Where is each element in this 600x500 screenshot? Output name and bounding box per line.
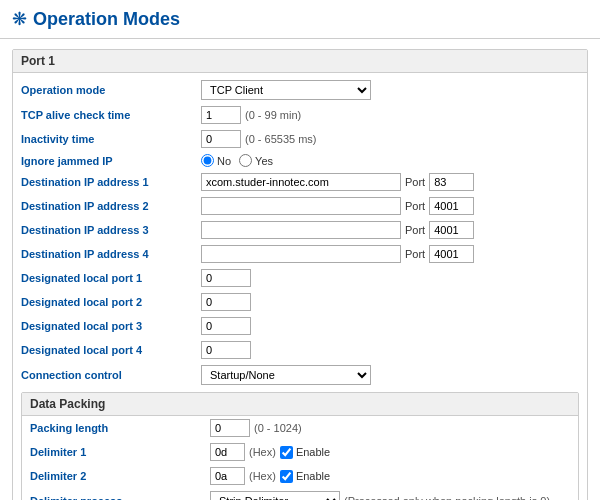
tcp-alive-control: (0 - 99 min): [201, 106, 579, 124]
local-port2-label: Designated local port 2: [21, 296, 201, 308]
tcp-alive-input[interactable]: [201, 106, 241, 124]
delimiter1-label: Delimiter 1: [30, 446, 210, 458]
local-port2-row: Designated local port 2: [13, 290, 587, 314]
dest-ip1-input[interactable]: [201, 173, 401, 191]
delimiter2-hex-hint: (Hex): [249, 470, 276, 482]
delimiter-process-hint: (Processed only when packing length is 0…: [344, 495, 550, 500]
ignore-jammed-label: Ignore jammed IP: [21, 155, 201, 167]
dest-ip1-label: Destination IP address 1: [21, 176, 201, 188]
delimiter2-label: Delimiter 2: [30, 470, 210, 482]
ignore-jammed-row: Ignore jammed IP No Yes: [13, 151, 587, 170]
port1-form: Operation mode TCP Client TCP Server UDP…: [13, 73, 587, 500]
local-port1-label: Designated local port 1: [21, 272, 201, 284]
delimiter2-row: Delimiter 2 (Hex) Enable: [22, 464, 578, 488]
local-port2-input[interactable]: [201, 293, 251, 311]
delimiter2-control: (Hex) Enable: [210, 467, 570, 485]
dest-ip3-control: Port: [201, 221, 579, 239]
dest-ip3-port-label: Port: [405, 224, 425, 236]
dest-ip1-port-input[interactable]: [429, 173, 474, 191]
delimiter1-control: (Hex) Enable: [210, 443, 570, 461]
delimiter1-enable-checkbox[interactable]: [280, 446, 293, 459]
dest-ip4-label: Destination IP address 4: [21, 248, 201, 260]
delimiter2-input[interactable]: [210, 467, 245, 485]
dest-ip1-port-label: Port: [405, 176, 425, 188]
local-port4-input[interactable]: [201, 341, 251, 359]
local-port3-row: Designated local port 3: [13, 314, 587, 338]
packing-length-hint: (0 - 1024): [254, 422, 302, 434]
dest-ip2-control: Port: [201, 197, 579, 215]
dest-ip4-row: Destination IP address 4 Port: [13, 242, 587, 266]
inactivity-control: (0 - 65535 ms): [201, 130, 579, 148]
tcp-alive-label: TCP alive check time: [21, 109, 201, 121]
dest-ip2-port-label: Port: [405, 200, 425, 212]
connection-control-label: Connection control: [21, 369, 201, 381]
operation-mode-control: TCP Client TCP Server UDP None: [201, 80, 579, 100]
local-port2-control: [201, 293, 579, 311]
dest-ip4-input[interactable]: [201, 245, 401, 263]
data-packing-section: Data Packing Packing length (0 - 1024) D…: [21, 392, 579, 500]
local-port1-row: Designated local port 1: [13, 266, 587, 290]
inactivity-row: Inactivity time (0 - 65535 ms): [13, 127, 587, 151]
dest-ip3-row: Destination IP address 3 Port: [13, 218, 587, 242]
delimiter-process-label: Delimiter process: [30, 495, 210, 500]
dest-ip1-row: Destination IP address 1 Port: [13, 170, 587, 194]
local-port1-input[interactable]: [201, 269, 251, 287]
ignore-jammed-yes-radio[interactable]: [239, 154, 252, 167]
local-port3-label: Designated local port 3: [21, 320, 201, 332]
dest-ip3-label: Destination IP address 3: [21, 224, 201, 236]
dots-icon: ❋: [12, 8, 27, 30]
local-port3-input[interactable]: [201, 317, 251, 335]
operation-mode-row: Operation mode TCP Client TCP Server UDP…: [13, 77, 587, 103]
delimiter1-enable-text: Enable: [296, 446, 330, 458]
local-port1-control: [201, 269, 579, 287]
dest-ip4-control: Port: [201, 245, 579, 263]
local-port4-label: Designated local port 4: [21, 344, 201, 356]
tcp-alive-row: TCP alive check time (0 - 99 min): [13, 103, 587, 127]
packing-length-row: Packing length (0 - 1024): [22, 416, 578, 440]
inactivity-label: Inactivity time: [21, 133, 201, 145]
dest-ip2-input[interactable]: [201, 197, 401, 215]
delimiter1-enable-label[interactable]: Enable: [280, 446, 330, 459]
dest-ip2-row: Destination IP address 2 Port: [13, 194, 587, 218]
tcp-alive-hint: (0 - 99 min): [245, 109, 301, 121]
inactivity-hint: (0 - 65535 ms): [245, 133, 317, 145]
local-port3-control: [201, 317, 579, 335]
delimiter2-enable-checkbox[interactable]: [280, 470, 293, 483]
page-title: Operation Modes: [33, 9, 180, 30]
local-port4-control: [201, 341, 579, 359]
connection-control-area: Startup/None Any Character DSR On DCD On: [201, 365, 579, 385]
dest-ip2-port-input[interactable]: [429, 197, 474, 215]
delimiter-process-row: Delimiter process Strip Delimiter Do Not…: [22, 488, 578, 500]
delimiter1-hex-hint: (Hex): [249, 446, 276, 458]
ignore-jammed-no-radio[interactable]: [201, 154, 214, 167]
dest-ip4-port-input[interactable]: [429, 245, 474, 263]
dest-ip3-input[interactable]: [201, 221, 401, 239]
delimiter-process-control: Strip Delimiter Do Nothing Strip All (Pr…: [210, 491, 570, 500]
data-packing-header: Data Packing: [22, 393, 578, 416]
connection-control-row: Connection control Startup/None Any Char…: [13, 362, 587, 388]
dest-ip2-label: Destination IP address 2: [21, 200, 201, 212]
ignore-jammed-control: No Yes: [201, 154, 579, 167]
dest-ip3-port-input[interactable]: [429, 221, 474, 239]
packing-length-control: (0 - 1024): [210, 419, 570, 437]
inactivity-input[interactable]: [201, 130, 241, 148]
ignore-jammed-yes-label[interactable]: Yes: [239, 154, 273, 167]
dest-ip1-control: Port: [201, 173, 579, 191]
delimiter-process-select[interactable]: Strip Delimiter Do Nothing Strip All: [210, 491, 340, 500]
delimiter2-enable-text: Enable: [296, 470, 330, 482]
ignore-jammed-radio-group: No Yes: [201, 154, 273, 167]
delimiter1-row: Delimiter 1 (Hex) Enable: [22, 440, 578, 464]
delimiter2-enable-label[interactable]: Enable: [280, 470, 330, 483]
local-port4-row: Designated local port 4: [13, 338, 587, 362]
dest-ip4-port-label: Port: [405, 248, 425, 260]
packing-length-label: Packing length: [30, 422, 210, 434]
operation-mode-select[interactable]: TCP Client TCP Server UDP None: [201, 80, 371, 100]
delimiter1-input[interactable]: [210, 443, 245, 461]
operation-mode-label: Operation mode: [21, 84, 201, 96]
port1-header: Port 1: [13, 50, 587, 73]
packing-length-input[interactable]: [210, 419, 250, 437]
port1-section: Port 1 Operation mode TCP Client TCP Ser…: [12, 49, 588, 500]
connection-control-select[interactable]: Startup/None Any Character DSR On DCD On: [201, 365, 371, 385]
page-header: ❋ Operation Modes: [0, 0, 600, 39]
ignore-jammed-no-label[interactable]: No: [201, 154, 231, 167]
